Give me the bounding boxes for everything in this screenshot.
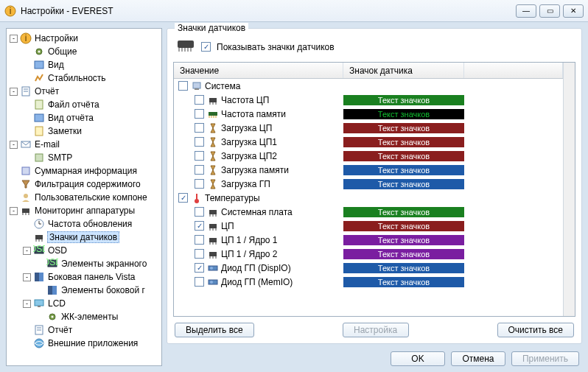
apply-button[interactable]: Применить <box>511 351 579 366</box>
tree-item[interactable]: -iНастройки <box>8 32 160 45</box>
table-row[interactable]: Диод ГП (DispIO)Текст значков <box>174 261 563 275</box>
therm-icon <box>191 192 202 203</box>
row-label: Загрузка ЦП1 <box>221 137 277 147</box>
sensor-badge: Текст значков <box>343 109 464 119</box>
tree-item[interactable]: Значки датчиков <box>8 231 160 244</box>
tree-expand-icon[interactable]: - <box>10 88 18 96</box>
tree-item[interactable]: Пользовательские компоне <box>8 191 160 204</box>
settings-tree[interactable]: -iНастройкиОбщиеВидСтабильность-ОтчётФай… <box>6 28 162 366</box>
row-checkbox[interactable] <box>178 81 188 91</box>
tree-item[interactable]: ЖК-элементы <box>8 310 160 323</box>
svg-text:OSD: OSD <box>46 258 58 267</box>
row-checkbox[interactable] <box>195 277 204 287</box>
tree-item-label: Внешние приложения <box>47 338 139 348</box>
tree-item[interactable]: Внешние приложения <box>8 337 160 350</box>
tree-item[interactable]: Стабильность <box>8 71 160 85</box>
row-checkbox[interactable] <box>195 95 204 105</box>
tree-expand-icon[interactable]: - <box>10 35 18 43</box>
table-row[interactable]: ЦП 1 / Ядро 2Текст значков <box>174 247 563 261</box>
table-row[interactable]: ЦП 1 / Ядро 1Текст значков <box>174 233 563 247</box>
column-sensor[interactable]: Значок датчика <box>343 63 464 78</box>
table-row[interactable]: ЦПТекст значков <box>174 219 563 233</box>
svg-rect-10 <box>35 100 43 109</box>
tree-item[interactable]: -OSDOSD <box>8 244 160 257</box>
tree-item[interactable]: Элементы боковой г <box>8 284 160 297</box>
cancel-button[interactable]: Отмена <box>451 351 505 366</box>
tree-expand-icon[interactable]: - <box>23 273 31 281</box>
row-checkbox[interactable] <box>195 165 204 175</box>
tree-expand-icon[interactable]: - <box>10 207 18 215</box>
minimize-button[interactable]: — <box>516 4 536 18</box>
tree-item[interactable]: Файл отчёта <box>8 98 160 111</box>
svg-point-82 <box>210 281 213 284</box>
table-row[interactable]: Загрузка ГПТекст значков <box>174 177 563 191</box>
row-checkbox[interactable] <box>178 193 188 203</box>
row-checkbox[interactable] <box>195 137 204 147</box>
select-all-button[interactable]: Выделить все <box>175 323 254 337</box>
svg-point-39 <box>52 316 54 318</box>
hour-icon <box>207 150 218 161</box>
ok-button[interactable]: OK <box>391 351 445 366</box>
show-sensor-icons-checkbox[interactable] <box>201 42 211 52</box>
svg-rect-17 <box>22 208 29 213</box>
clear-all-button[interactable]: Очистить все <box>497 323 574 337</box>
row-checkbox[interactable] <box>195 235 204 245</box>
table-row[interactable]: Загрузка ЦП1Текст значков <box>174 135 563 149</box>
table-row[interactable]: Частота ЦПТекст значков <box>174 93 563 107</box>
table-row[interactable]: Системная платаТекст значков <box>174 205 563 219</box>
tree-item[interactable]: Суммарная информация <box>8 164 160 178</box>
table-row[interactable]: Загрузка ЦПТекст значков <box>174 121 563 135</box>
tree-item[interactable]: Вид <box>8 58 160 71</box>
svg-rect-24 <box>35 235 43 239</box>
row-checkbox[interactable] <box>195 123 204 133</box>
table-row[interactable]: Система <box>174 79 563 93</box>
configure-button[interactable]: Настройка <box>343 323 409 337</box>
row-checkbox[interactable] <box>195 179 204 189</box>
tree-expand-icon[interactable]: - <box>23 300 31 308</box>
tree-item[interactable]: -E-mail <box>8 138 160 151</box>
row-label: Загрузка ГП <box>221 179 270 189</box>
tree-item[interactable]: Отчёт <box>8 323 160 337</box>
svg-rect-50 <box>193 83 200 88</box>
row-checkbox[interactable] <box>195 151 204 161</box>
svg-rect-37 <box>38 306 41 307</box>
view-icon <box>33 112 45 124</box>
svg-rect-67 <box>209 224 217 228</box>
tree-item[interactable]: Фильтрация содержимого <box>8 178 160 191</box>
table-row[interactable]: Диод ГП (MemIO)Текст значков <box>174 275 563 289</box>
tree-expand-icon[interactable]: - <box>10 141 18 149</box>
table-row[interactable]: Температуры <box>174 191 563 205</box>
column-spacer <box>464 63 563 78</box>
row-checkbox[interactable] <box>195 249 204 259</box>
tree-item[interactable]: Частота обновления <box>8 217 160 231</box>
tree-item[interactable]: -Мониторинг аппаратуры <box>8 204 160 217</box>
table-row[interactable]: Загрузка памятиТекст значков <box>174 163 563 177</box>
tree-expand-icon[interactable]: - <box>23 247 31 255</box>
tree-item[interactable]: -Боковая панель Vista <box>8 270 160 284</box>
sensor-badge: Текст значков <box>343 165 464 175</box>
tree-item[interactable]: -LCD <box>8 297 160 310</box>
row-label: Диод ГП (MemIO) <box>221 277 293 287</box>
close-button[interactable]: ✕ <box>563 4 584 18</box>
table-scrollbar[interactable] <box>563 63 575 316</box>
table-row[interactable]: Загрузка ЦП2Текст значков <box>174 149 563 163</box>
tree-expand-icon <box>23 61 31 69</box>
row-checkbox[interactable] <box>195 109 204 119</box>
row-checkbox[interactable] <box>195 221 204 231</box>
tree-item[interactable]: -Отчёт <box>8 85 160 98</box>
sensor-badge: Текст значков <box>343 151 464 161</box>
tree-expand-icon <box>23 220 31 228</box>
maximize-button[interactable]: ▭ <box>539 4 560 18</box>
sensor-table: Значение Значок датчика СистемаЧастота Ц… <box>173 62 575 317</box>
tree-item[interactable]: Вид отчёта <box>8 111 160 124</box>
row-checkbox[interactable] <box>195 207 204 217</box>
row-checkbox[interactable] <box>195 263 204 273</box>
tree-item-label: Мониторинг аппаратуры <box>34 206 136 216</box>
tree-item[interactable]: Заметки <box>8 124 160 138</box>
column-value[interactable]: Значение <box>174 63 343 78</box>
tree-item[interactable]: SMTP <box>8 151 160 164</box>
tree-expand-icon <box>23 326 31 334</box>
tree-item[interactable]: OSDЭлементы экранного <box>8 257 160 270</box>
tree-item[interactable]: Общие <box>8 45 160 58</box>
table-row[interactable]: Частота памятиТекст значков <box>174 107 563 121</box>
